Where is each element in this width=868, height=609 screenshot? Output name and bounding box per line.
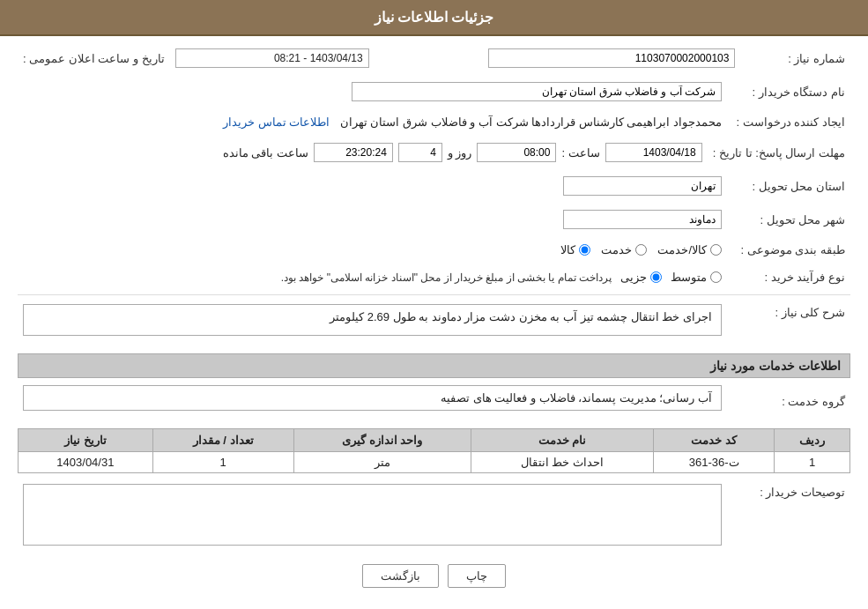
tarikh-aelaan-value: 1403/04/13 - 08:21 <box>175 48 369 68</box>
farayand-note: پرداخت تمام یا بخشی از مبلغ خریدار از مح… <box>281 271 612 284</box>
mohlat-label: مهلت ارسال پاسخ: تا تاریخ : <box>708 139 850 166</box>
print-button[interactable]: چاپ <box>448 564 506 588</box>
ijad-konande-label: ایجاد کننده درخواست : <box>727 112 850 132</box>
ettelaat-link[interactable]: اطلاعات تماس خریدار <box>223 115 330 129</box>
services-header: اطلاعات خدمات مورد نیاز <box>18 353 850 378</box>
services-table: ردیف کد خدمت نام خدمت واحد اندازه گیری ت… <box>18 428 850 473</box>
col-date: تاریخ نیاز <box>19 429 153 452</box>
col-radif: ردیف <box>775 429 850 452</box>
goroh-value: آب رسانی؛ مدیریت پسماند، فاضلاب و فعالیت… <box>23 385 722 411</box>
roz-input <box>398 143 442 162</box>
nam-dastgah-label: نام دستگاه خریدار : <box>727 78 850 105</box>
col-name: نام خدمت <box>471 429 653 452</box>
shomara-label: شماره نیاز : <box>740 45 850 71</box>
saat-input <box>477 143 556 162</box>
toseef-textarea[interactable] <box>23 484 722 546</box>
remaining-time <box>314 143 393 162</box>
saat-label: ساعت : <box>561 146 599 160</box>
baqi-label: ساعت باقی مانده <box>223 146 308 160</box>
shahr-input <box>563 210 722 229</box>
sharh-value: اجرای خط انتقال چشمه تیز آب به مخزن دشت … <box>23 304 722 336</box>
ijad-konande-value: محمدجواد ابراهیمی کارشناس قراردادها شرکت… <box>340 115 722 129</box>
sharh-label: شرح کلی نیاز : <box>727 301 850 346</box>
date-input <box>605 143 702 162</box>
toseef-label: توصیحات خریدار : <box>727 480 850 552</box>
ostan-input <box>563 176 722 196</box>
return-button[interactable]: بازگشت <box>362 564 439 588</box>
nam-dastgah-input <box>352 82 722 101</box>
radio-kala-khedmat[interactable]: کالا/خدمت <box>657 243 722 256</box>
radio-mottaset[interactable]: متوسط <box>671 271 722 284</box>
radio-jozei[interactable]: جزیی <box>620 271 662 284</box>
goroh-label: گروه خدمت : <box>727 382 850 421</box>
shahr-label: شهر محل تحویل : <box>727 206 850 233</box>
page-title: جزئیات اطلاعات نیاز <box>375 10 494 25</box>
col-kod: کد خدمت <box>653 429 774 452</box>
ostan-label: استان محل تحویل : <box>727 173 850 199</box>
table-row: 1ت-36-361احداث خط انتقالمتر11403/04/31 <box>19 452 850 473</box>
page-header: جزئیات اطلاعات نیاز <box>0 0 868 36</box>
shomara-input <box>488 48 735 68</box>
farayand-label: نوع فرآیند خرید : <box>727 267 850 287</box>
col-unit: واحد اندازه گیری <box>293 429 471 452</box>
radio-khedmat[interactable]: خدمت <box>601 243 647 256</box>
col-count: تعداد / مقدار <box>152 429 293 452</box>
button-row: چاپ بازگشت <box>18 564 850 588</box>
roz-label: روز و <box>448 146 472 160</box>
tarikh-aelaan-label: تاریخ و ساعت اعلان عمومی : <box>18 45 170 71</box>
radio-kala[interactable]: کالا <box>560 243 590 256</box>
tabaqe-label: طبقه بندی موضوعی : <box>727 240 850 260</box>
